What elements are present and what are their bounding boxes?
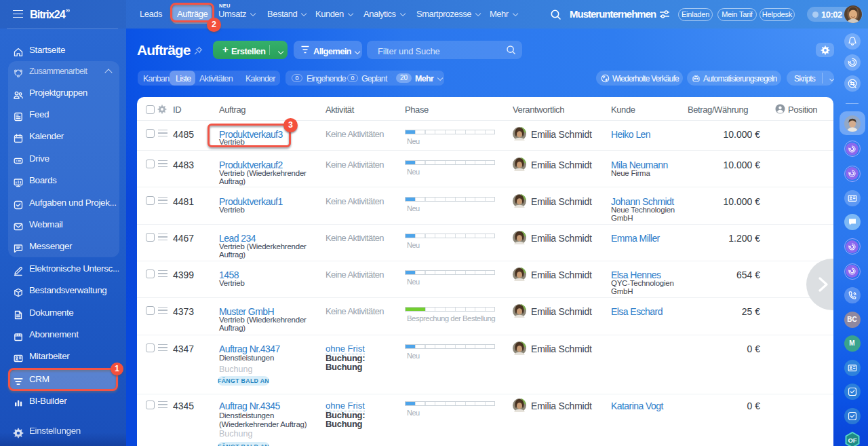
svg-text:OF: OF <box>848 436 856 444</box>
